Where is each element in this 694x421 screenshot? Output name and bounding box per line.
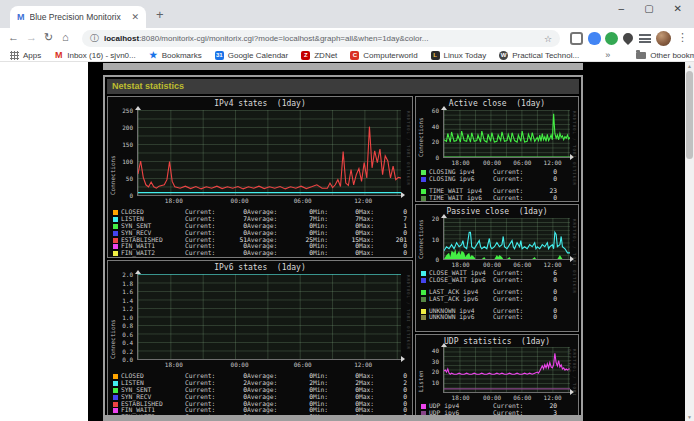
profile-avatar[interactable] <box>656 31 671 46</box>
x-axis-ticks: 18:0000:0006:0012:00 <box>137 197 400 205</box>
chart-active-close[interactable]: Active close (1day) Connections 0204060 … <box>415 96 579 202</box>
bookmark-apps[interactable]: Apps <box>10 51 41 60</box>
x-axis-ticks: 18:0000:0006:0012:00 <box>443 159 569 167</box>
extension-square-icon[interactable] <box>570 32 583 45</box>
url-rest: :8080/monitorix-cgi/monitorix.cgi?mode=l… <box>139 34 428 43</box>
bookmark-practical-technology[interactable]: WPractical Technol... <box>499 51 579 60</box>
x-axis-ticks: 18:0000:0006:0012:00 <box>443 261 569 269</box>
plot-area <box>443 110 570 158</box>
url-text: localhost:8080/monitorix-cgi/monitorix.c… <box>104 34 538 43</box>
chart-legend: CLOSING ipv4Current:0CLOSING ipv6Current… <box>421 169 575 202</box>
chart-ipv6-states[interactable]: IPv6 states (1day) Connections 0.00.20.4… <box>107 260 413 419</box>
chart-title: IPv6 states (1day) <box>108 263 412 272</box>
address-bar[interactable]: ⓘ localhost:8080/monitorix-cgi/monitorix… <box>82 30 560 47</box>
window-controls: – ▢ ✕ <box>619 3 682 14</box>
plot-area <box>137 274 401 360</box>
chart-udp-statistics[interactable]: UDP statistics (1day) Listen 10203040 18… <box>415 334 579 419</box>
scrollbar-thumb[interactable] <box>686 71 693 159</box>
page-scrollbar[interactable]: ▲ ▼ <box>685 62 694 421</box>
plot-area <box>137 110 401 196</box>
chart-passive-close[interactable]: Passive close (1day) Connections 01020 1… <box>415 204 579 332</box>
tab-list-icon[interactable] <box>639 34 651 43</box>
chart-legend: CLOSEDCurrent:0Average:0Min:0Max:0LISTEN… <box>113 209 409 257</box>
site-info-icon[interactable]: ⓘ <box>90 32 99 45</box>
plot-area <box>443 218 570 260</box>
wordpress-icon: W <box>499 51 508 60</box>
bookmark-computerworld[interactable]: CComputerworld <box>350 51 417 60</box>
page-content: Netstat statistics IPv4 states (1day) Co… <box>0 62 694 421</box>
bookmarks-bar: Apps MInbox (16) - sjvn0... ★Bookmarks 3… <box>0 49 694 62</box>
url-host: localhost <box>104 34 139 43</box>
tab-strip: M Blue Precision Monitorix ✕ + – ▢ ✕ <box>0 0 694 28</box>
y-axis-ticks: 0.00.20.40.60.81.01.21.41.61.82.0 <box>116 274 135 359</box>
chart-ipv4-states[interactable]: IPv4 states (1day) Connections 050100150… <box>107 96 413 258</box>
maximize-button[interactable]: ▢ <box>644 3 653 14</box>
tab-title: Blue Precision Monitorix <box>30 12 128 22</box>
section-title: Netstat statistics <box>107 79 579 94</box>
extension-green-icon[interactable] <box>605 32 618 45</box>
linux-today-icon: L <box>431 51 440 60</box>
browser-menu-icon[interactable]: ⋮ <box>677 31 688 44</box>
extension-blue-icon[interactable] <box>588 32 601 45</box>
x-axis-ticks: 18:0000:0006:0012:00 <box>443 394 569 402</box>
chart-legend: CLOSEDCurrent:0Average:0Min:0Max:0LISTEN… <box>113 373 409 419</box>
bookmark-star-icon[interactable]: ☆ <box>544 34 552 44</box>
previous-section-border <box>103 63 583 70</box>
zdnet-icon: Z <box>301 51 310 60</box>
chart-title: IPv4 states (1day) <box>108 99 412 108</box>
star-icon: ★ <box>149 51 158 60</box>
tab-close-icon[interactable]: ✕ <box>131 12 139 22</box>
y-axis-ticks: 050100150200250 <box>116 110 135 195</box>
rrdtool-watermark: RRDTOOL / TOBI OETIKER <box>406 111 411 186</box>
page-background: Netstat statistics IPv4 states (1day) Co… <box>88 62 685 421</box>
axis-arrow-right <box>401 356 405 362</box>
tab-blue-precision-monitorix[interactable]: M Blue Precision Monitorix ✕ <box>10 6 146 28</box>
extension-pin-icon[interactable] <box>621 31 635 45</box>
y-axis-ticks: 01020 <box>423 218 441 259</box>
bookmark-zdnet[interactable]: ZZDNet <box>301 51 337 60</box>
gmail-icon: M <box>54 51 63 60</box>
axis-arrow-right <box>401 192 405 198</box>
chart-legend: CLOSE_WAIT ipv4Current:6CLOSE_WAIT ipv6C… <box>421 270 575 321</box>
forward-button[interactable]: → <box>26 31 37 43</box>
x-axis-ticks: 18:0000:0006:0012:00 <box>137 361 400 369</box>
scroll-down-icon[interactable]: ▼ <box>685 414 694 420</box>
minimize-button[interactable]: – <box>619 3 625 14</box>
bookmark-google-calendar[interactable]: 31Google Calendar <box>215 51 288 60</box>
bookmark-linux-today[interactable]: LLinux Today <box>431 51 487 60</box>
apps-grid-icon <box>10 51 19 60</box>
y-axis-label: Connections <box>109 274 116 359</box>
calendar-icon: 31 <box>215 51 224 60</box>
reload-button[interactable]: ↻ <box>44 31 53 44</box>
y-axis-ticks: 0204060 <box>423 110 441 157</box>
bookmarks-overflow-chevron[interactable]: » <box>605 50 610 60</box>
rrdtool-watermark: RRDTOOL / TOBI OETIKER <box>406 275 411 350</box>
bookmark-inbox[interactable]: MInbox (16) - sjvn0... <box>54 51 135 60</box>
scroll-up-icon[interactable]: ▲ <box>685 63 694 69</box>
other-bookmarks[interactable]: Other bookmarks <box>636 51 694 60</box>
monitorix-favicon: M <box>17 12 25 22</box>
browser-window: M Blue Precision Monitorix ✕ + – ▢ ✕ ← →… <box>0 0 694 421</box>
folder-icon <box>636 52 646 59</box>
home-button[interactable]: ⌂ <box>62 31 69 43</box>
new-tab-button[interactable]: + <box>156 7 164 22</box>
y-axis-label: Connections <box>109 110 116 195</box>
netstat-section: Netstat statistics IPv4 states (1day) Co… <box>103 75 583 421</box>
close-button[interactable]: ✕ <box>674 3 682 14</box>
toolbar: ← → ↻ ⌂ ⓘ localhost:8080/monitorix-cgi/m… <box>0 28 694 49</box>
plot-area <box>443 347 570 393</box>
computerworld-icon: C <box>350 51 359 60</box>
bookmark-bookmarks[interactable]: ★Bookmarks <box>149 51 202 60</box>
section-bottom-border <box>105 415 581 419</box>
back-button[interactable]: ← <box>8 31 19 43</box>
y-axis-ticks: 10203040 <box>423 347 441 392</box>
